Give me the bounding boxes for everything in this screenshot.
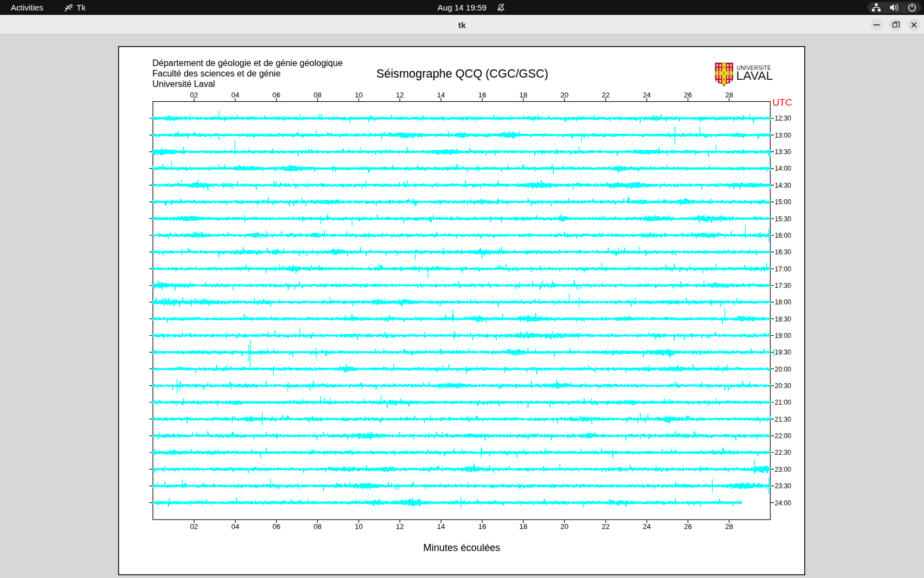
svg-text:17:00: 17:00 [775, 265, 791, 273]
svg-text:Séismographe QCQ (CGC/GSC): Séismographe QCQ (CGC/GSC) [376, 67, 548, 80]
svg-text:22: 22 [602, 91, 609, 99]
svg-text:22: 22 [602, 522, 609, 531]
svg-text:14: 14 [437, 522, 445, 531]
svg-text:23:00: 23:00 [775, 466, 791, 473]
svg-text:16:00: 16:00 [775, 232, 791, 239]
svg-text:10: 10 [355, 522, 362, 531]
svg-text:18: 18 [519, 91, 527, 99]
svg-text:12:30: 12:30 [775, 114, 791, 122]
svg-text:20:30: 20:30 [775, 382, 791, 390]
svg-text:Tk: Tk [76, 3, 86, 12]
svg-text:06: 06 [272, 522, 280, 531]
svg-text:19:00: 19:00 [775, 332, 791, 340]
svg-text:08: 08 [314, 91, 321, 99]
svg-text:13:00: 13:00 [775, 132, 791, 139]
svg-text:02: 02 [190, 522, 198, 531]
svg-text:18: 18 [519, 522, 527, 531]
svg-text:24:00: 24:00 [775, 499, 791, 507]
svg-text:20: 20 [560, 91, 568, 99]
svg-text:12: 12 [396, 91, 404, 99]
svg-text:10: 10 [355, 91, 362, 99]
svg-text:20:00: 20:00 [775, 366, 791, 373]
svg-text:Activities: Activities [11, 3, 43, 12]
svg-text:14:30: 14:30 [775, 182, 791, 189]
svg-text:22:00: 22:00 [775, 432, 791, 440]
svg-text:14: 14 [437, 91, 445, 99]
svg-text:16: 16 [478, 91, 486, 99]
svg-text:Faculté des sciences et de gén: Faculté des sciences et de génie [152, 69, 280, 78]
svg-text:22:30: 22:30 [775, 449, 791, 456]
svg-text:28: 28 [725, 91, 733, 99]
svg-text:16:30: 16:30 [775, 248, 791, 256]
svg-text:17:30: 17:30 [775, 282, 791, 290]
svg-text:02: 02 [190, 91, 198, 99]
svg-text:12: 12 [396, 522, 404, 531]
svg-text:24: 24 [643, 522, 651, 531]
svg-text:08: 08 [314, 522, 321, 531]
svg-text:Département de géologie et de: Département de géologie et de génie géol… [152, 58, 343, 68]
svg-text:04: 04 [231, 522, 239, 531]
svg-text:26: 26 [684, 522, 692, 531]
svg-text:23:30: 23:30 [775, 482, 791, 490]
svg-text:Minutes écoulées: Minutes écoulées [423, 542, 500, 553]
svg-text:14:00: 14:00 [775, 165, 791, 172]
svg-text:13:30: 13:30 [775, 148, 791, 156]
svg-text:26: 26 [684, 91, 692, 99]
svg-text:24: 24 [643, 91, 651, 99]
svg-text:UTC: UTC [773, 97, 793, 108]
svg-text:16: 16 [478, 522, 486, 531]
svg-text:18:00: 18:00 [775, 298, 791, 306]
svg-text:21:30: 21:30 [775, 416, 791, 423]
svg-text:Aug 14 19:59: Aug 14 19:59 [437, 3, 486, 12]
svg-text:19:30: 19:30 [775, 348, 791, 356]
svg-text:06: 06 [272, 91, 280, 99]
svg-text:15:30: 15:30 [775, 215, 791, 223]
svg-text:15:00: 15:00 [775, 198, 791, 206]
svg-text:LAVAL: LAVAL [736, 69, 773, 83]
svg-text:04: 04 [231, 91, 239, 99]
svg-text:18:30: 18:30 [775, 315, 791, 323]
svg-text:20: 20 [560, 522, 568, 531]
svg-text:Université Laval: Université Laval [152, 79, 215, 89]
svg-text:tk: tk [458, 20, 466, 30]
svg-text:28: 28 [725, 522, 733, 531]
svg-text:21:00: 21:00 [775, 399, 791, 406]
